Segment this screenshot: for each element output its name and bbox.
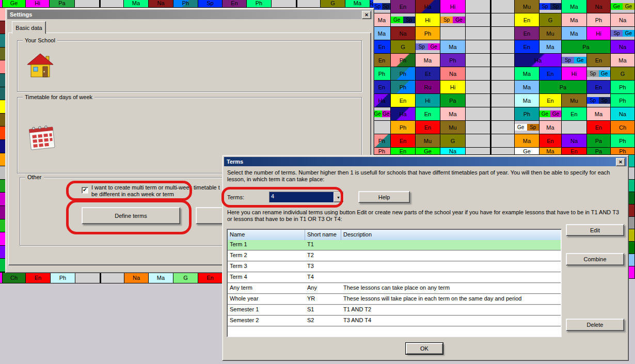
timetable-cell[interactable]: Ru <box>416 81 440 94</box>
timetable-cell[interactable]: Ph <box>391 81 416 94</box>
timetable-cell[interactable] <box>490 40 515 54</box>
timetable-cell[interactable]: Ma <box>515 81 539 94</box>
timetable-cell[interactable] <box>100 0 124 8</box>
timetable-cell[interactable] <box>100 273 124 283</box>
timetable-cell[interactable]: En <box>391 134 416 148</box>
timetable-cell[interactable]: Ma <box>515 94 539 107</box>
timetable-cell[interactable]: Mu <box>562 94 587 107</box>
timetable-cell[interactable] <box>628 155 635 167</box>
timetable-cell[interactable] <box>628 167 635 180</box>
timetable-cell[interactable]: Ma <box>149 273 173 283</box>
timetable-cell[interactable] <box>490 148 515 155</box>
table-row[interactable]: Term 3T3 <box>228 262 561 273</box>
timetable-cell[interactable]: Ph <box>587 13 611 27</box>
timetable-cell[interactable]: Ma <box>515 134 539 148</box>
column-header-name[interactable]: Name <box>228 230 305 240</box>
timetable-cell[interactable] <box>628 242 635 254</box>
timetable-cell[interactable]: Ph <box>611 94 635 107</box>
timetable-cell[interactable] <box>490 81 515 94</box>
timetable-cell[interactable] <box>628 192 635 204</box>
timetable-cell[interactable] <box>466 134 490 148</box>
timetable-cell[interactable]: Hi <box>440 81 466 94</box>
timetable-cell[interactable] <box>562 121 587 134</box>
timetable-cell[interactable] <box>628 229 635 242</box>
timetable-cell[interactable]: Ph <box>391 67 416 81</box>
edit-button[interactable]: Edit <box>566 224 624 236</box>
timetable-cell[interactable]: Pa <box>50 0 75 8</box>
timetable-cell[interactable] <box>490 134 515 148</box>
timetable-cell[interactable]: Ha <box>515 54 562 67</box>
timetable-cell[interactable]: GeGe <box>373 107 391 121</box>
timetable-cell[interactable]: GeSp <box>515 121 539 134</box>
timetable-cell[interactable]: En <box>562 107 587 121</box>
timetable-cell[interactable]: Ma <box>373 27 391 40</box>
timetable-cell[interactable]: En <box>373 40 391 54</box>
timetable-cell[interactable] <box>466 107 490 121</box>
timetable-cell[interactable]: Ph <box>611 81 635 94</box>
table-row[interactable]: Any termAnyThese lessons can take place … <box>228 283 561 294</box>
timetable-cell[interactable]: En <box>539 134 562 148</box>
multi-term-checkbox[interactable] <box>82 187 88 194</box>
timetable-cell[interactable] <box>628 217 635 229</box>
timetable-cell[interactable]: Ph <box>173 0 198 8</box>
timetable-cell[interactable]: SpGe <box>611 27 635 40</box>
timetable-cell[interactable]: Ma <box>440 40 466 54</box>
timetable-cell[interactable]: En <box>515 40 539 54</box>
timetable-cell[interactable]: Ma <box>539 121 562 134</box>
timetable-cell[interactable] <box>466 94 490 107</box>
timetable-cell[interactable]: Ma <box>345 0 370 8</box>
timetable-cell[interactable]: En <box>587 121 611 134</box>
timetable-cell[interactable]: Ge <box>416 148 440 155</box>
column-header-short-name[interactable]: Short name <box>305 230 341 240</box>
timetable-cell[interactable] <box>75 0 100 8</box>
timetable-cell[interactable]: Hi <box>26 0 50 8</box>
timetable-cell[interactable]: En <box>373 54 391 67</box>
timetable-cell[interactable] <box>466 40 490 54</box>
timetable-cell[interactable]: SpSp <box>539 0 562 13</box>
timetable-cell[interactable]: SpSp <box>373 0 391 13</box>
terms-count-select[interactable]: 4 ▼ <box>269 192 344 203</box>
timetable-cell[interactable]: Na <box>124 273 149 283</box>
timetable-cell[interactable]: G <box>539 13 562 27</box>
timetable-cell[interactable]: En <box>26 273 51 283</box>
timetable-cell[interactable]: Ge <box>3 0 26 8</box>
timetable-cell[interactable]: Mu <box>416 134 440 148</box>
timetable-cell[interactable] <box>296 0 321 8</box>
close-icon[interactable]: ✕ <box>362 11 371 19</box>
timetable-cell[interactable]: Pa <box>562 40 611 54</box>
timetable-cell[interactable]: SpGe <box>562 54 587 67</box>
timetable-cell[interactable]: Hi <box>587 27 611 40</box>
timetable-cell[interactable]: Na <box>440 67 466 81</box>
timetable-cell[interactable] <box>75 273 100 283</box>
timetable-cell[interactable]: Ma <box>416 54 440 67</box>
timetable-cell[interactable]: Hi <box>416 94 440 107</box>
timetable-cell[interactable]: Mu <box>515 0 539 13</box>
timetable-cell[interactable]: En <box>223 0 247 8</box>
timetable-cell[interactable]: En <box>198 273 222 283</box>
timetable-cell[interactable]: Ph <box>373 67 391 81</box>
timetable-cell[interactable]: Na <box>149 0 173 8</box>
help-button[interactable]: Help <box>358 191 410 203</box>
timetable-cell[interactable]: Ph <box>51 273 75 283</box>
timetable-cell[interactable]: En <box>391 148 416 155</box>
timetable-cell[interactable] <box>466 27 490 40</box>
timetable-cell[interactable] <box>466 121 490 134</box>
timetable-cell[interactable]: En <box>373 81 391 94</box>
timetable-cell[interactable] <box>490 121 515 134</box>
timetable-cell[interactable]: Hi <box>440 0 466 13</box>
timetable-cell[interactable]: Ph <box>391 54 416 67</box>
timetable-cell[interactable]: Pa <box>539 81 587 94</box>
table-row[interactable]: Whole yearYRThese lessons will take plac… <box>228 294 561 305</box>
timetable-cell[interactable]: Na <box>611 107 635 121</box>
timetable-cell[interactable]: Na <box>587 0 611 13</box>
timetable-cell[interactable]: Ma <box>539 40 562 54</box>
timetable-cell[interactable]: Mu <box>440 121 466 134</box>
timetable-cell[interactable] <box>628 254 635 266</box>
timetable-cell[interactable]: G <box>321 0 345 8</box>
timetable-cell[interactable]: Ph <box>440 54 466 67</box>
timetable-cell[interactable]: GeGe <box>611 0 635 13</box>
timetable-cell[interactable]: Et <box>416 67 440 81</box>
timetable-cell[interactable]: En <box>515 27 539 40</box>
timetable-cell[interactable]: Ma <box>373 13 391 27</box>
timetable-cell[interactable]: G <box>391 40 416 54</box>
